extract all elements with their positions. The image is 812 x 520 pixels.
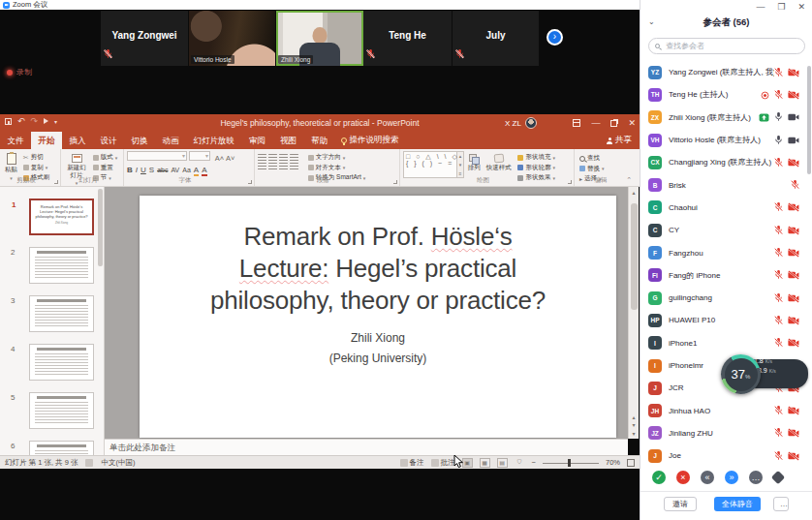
participant-row[interactable]: FFangzhou <box>640 241 807 263</box>
replace-button[interactable]: 替换▾ <box>579 165 605 173</box>
collapse-ribbon-icon[interactable]: ⌃ <box>626 176 632 184</box>
network-monitor-widget[interactable]: 1.8 K/s 23.9 K/s 37 % <box>721 354 810 395</box>
feedback-yes-button[interactable]: ✓ <box>652 471 666 484</box>
save-icon[interactable] <box>5 118 12 125</box>
feedback-diamond-button[interactable] <box>771 471 785 484</box>
powerpoint-restore-button[interactable] <box>610 120 617 127</box>
shrink-font-icon[interactable]: A˅ <box>226 154 234 163</box>
reset-button[interactable]: 重置 <box>93 164 118 172</box>
powerpoint-close-button[interactable]: ✕ <box>628 118 636 128</box>
account-avatar[interactable] <box>525 117 537 129</box>
feedback-no-button[interactable]: × <box>676 471 690 484</box>
font-name-combobox[interactable] <box>127 151 187 161</box>
zoom-slider[interactable] <box>543 458 599 468</box>
quick-styles-button[interactable]: 快速样式 <box>484 151 514 173</box>
slide-thumbnail-6[interactable]: 6 <box>29 441 94 455</box>
tab-动画[interactable]: 动画 <box>155 132 186 149</box>
slideshow-view-button[interactable]: ⛉ <box>515 458 525 468</box>
tab-文件[interactable]: 文件 <box>0 132 31 149</box>
tab-视图[interactable]: 视图 <box>273 132 304 149</box>
panel-close-button[interactable]: ✕ <box>797 2 805 12</box>
change-case-button[interactable]: Aa <box>182 167 191 173</box>
paragraph-dialog-launcher[interactable] <box>393 180 397 184</box>
paragraph-icon-grid[interactable] <box>258 153 300 170</box>
canvas-scrollbar[interactable]: ▴ ▴▾▾ <box>628 187 639 439</box>
participant-search-box[interactable] <box>648 38 805 54</box>
participant-search-input[interactable] <box>664 41 798 51</box>
participant-row[interactable]: CCY <box>640 219 807 241</box>
shapes-gallery-scroll[interactable]: ▴▾≡ <box>457 151 464 178</box>
font-size-combobox[interactable] <box>189 151 210 161</box>
reading-view-button[interactable]: ▤ <box>497 458 508 468</box>
slide-thumbnail-5[interactable]: 5 <box>29 392 94 429</box>
participant-row[interactable]: HPHUAWEI P10 <box>640 309 807 331</box>
video-tile-yang-zongwei[interactable]: Yang Zongwei <box>101 11 189 66</box>
participant-row[interactable]: Gguilingchang <box>640 287 807 309</box>
panel-restore-button[interactable]: ❐ <box>777 2 785 12</box>
slide-thumbnail-3[interactable]: 3 <box>29 295 94 332</box>
slide-affiliation[interactable]: (Peking University) <box>140 352 616 365</box>
participant-row[interactable]: VHVittorio Hosle (联席主持人) <box>640 129 807 151</box>
slide-thumbnail-2[interactable]: 2 <box>29 247 94 284</box>
canvas-scrollbar-thumb[interactable] <box>631 203 638 310</box>
bold-button[interactable]: B <box>127 166 133 174</box>
slide-title[interactable]: Remark on Prof. Hösle‘sLecture: Hegel’s … <box>150 221 606 316</box>
start-slideshow-icon[interactable] <box>44 118 48 124</box>
more-videos-button[interactable]: › <box>547 29 563 46</box>
slide-number-status[interactable]: 幻灯片 第 1 张, 共 9 张 <box>5 458 78 468</box>
grow-font-icon[interactable]: A˄ <box>215 154 224 163</box>
video-tile-zhili-xiong[interactable]: Zhili Xiong <box>276 11 363 66</box>
qat-customize-caret[interactable]: ▾ <box>54 118 57 125</box>
find-button[interactable]: 查找 <box>579 154 605 163</box>
participant-list-scrollbar[interactable] <box>807 66 811 174</box>
participant-row[interactable]: ZXZhili Xiong (联席主持人) <box>640 107 807 129</box>
comments-toggle[interactable]: 批注 <box>431 458 455 468</box>
participant-row[interactable]: CXChangjiang Xing (联席主持人) <box>640 151 807 173</box>
tab-幻灯片放映[interactable]: 幻灯片放映 <box>186 132 242 149</box>
tab-审阅[interactable]: 审阅 <box>242 132 273 149</box>
underline-button[interactable]: U <box>141 166 146 174</box>
tab-开始[interactable]: 开始 <box>31 132 62 149</box>
share-button[interactable]: 共享 <box>607 132 632 149</box>
fit-to-window-icon[interactable] <box>627 459 635 467</box>
layout-button[interactable]: 版式▾ <box>93 153 118 162</box>
highlight-color-button[interactable]: A <box>194 166 199 175</box>
shapes-gallery[interactable]: □ ○ △ \ \ ◇ { } ( ) ~ = <box>403 151 457 178</box>
participant-row[interactable]: JJoe <box>640 444 807 467</box>
tab-帮助[interactable]: 帮助 <box>304 132 335 149</box>
thumbnail-scrollbar[interactable] <box>98 189 103 266</box>
participant-row[interactable]: BBrisk <box>640 173 807 196</box>
participant-row[interactable]: CChaohui <box>640 197 807 219</box>
panel-more-button[interactable]: … <box>773 497 789 511</box>
shape-outline-button[interactable]: 形状轮廓▾ <box>517 164 555 172</box>
tab-插入[interactable]: 插入 <box>62 132 93 149</box>
feedback-slower-button[interactable]: « <box>701 471 714 484</box>
clipboard-dialog-launcher[interactable] <box>54 180 58 184</box>
panel-minimize-button[interactable]: — <box>756 2 765 12</box>
drawing-dialog-launcher[interactable] <box>568 180 572 184</box>
tab-设计[interactable]: 设计 <box>93 132 124 149</box>
participant-row[interactable]: JZJinliang ZHU <box>640 422 807 444</box>
participant-row[interactable]: FIFang的 iPhone <box>640 264 807 287</box>
italic-button[interactable]: I <box>136 166 138 174</box>
slide-thumbnail-4[interactable]: 4 <box>29 344 94 381</box>
text-shadow-button[interactable]: S <box>149 166 154 174</box>
notes-pane[interactable]: 单击此处添加备注 <box>105 439 628 455</box>
notes-toggle[interactable]: 备注 <box>400 458 424 468</box>
language-status[interactable]: 中文(中国) <box>101 458 135 468</box>
slide[interactable]: Remark on Prof. Hösle‘sLecture: Hegel’s … <box>140 196 616 438</box>
font-dialog-launcher[interactable] <box>248 180 252 184</box>
spell-check-icon[interactable] <box>85 459 93 467</box>
slide-author[interactable]: Zhili Xiong <box>140 331 616 345</box>
previous-next-slide-buttons[interactable]: ▴▾▾ <box>629 413 639 438</box>
mute-all-button[interactable]: 全体静音 <box>714 497 761 511</box>
zoom-percentage[interactable]: 70% <box>606 458 620 467</box>
tell-me-box[interactable]: 操作说明搜索 <box>335 132 405 149</box>
video-tile-teng-he[interactable]: Teng He <box>363 11 453 66</box>
video-tile-vittorio-hosle[interactable]: Vittorio Hosle <box>189 11 276 66</box>
strikethrough-button[interactable]: abc <box>157 167 168 173</box>
video-tile-july[interactable]: July <box>453 11 540 66</box>
participant-row[interactable]: YZYang Zongwei (联席主持人, 我) <box>640 61 807 83</box>
participant-row[interactable]: JHJinhua HAO <box>640 399 807 421</box>
copy-button[interactable]: 复制▾ <box>23 164 50 172</box>
